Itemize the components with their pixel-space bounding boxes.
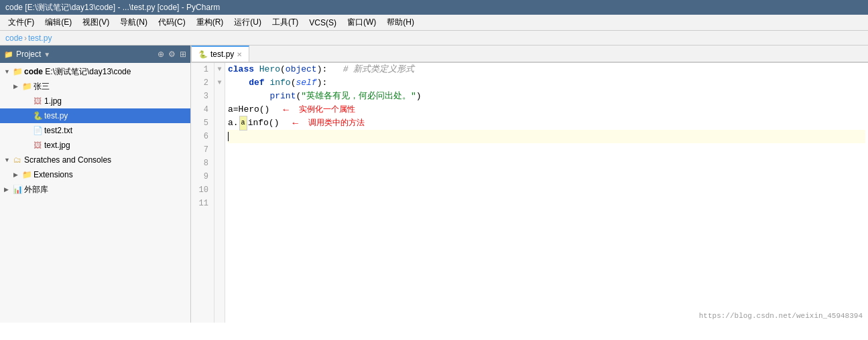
builtin-print: print bbox=[269, 90, 296, 103]
folder-icon: 📁 bbox=[21, 170, 32, 179]
tree-item-test2txt[interactable]: 📄 test2.txt bbox=[0, 123, 190, 138]
line-num-1: 1 bbox=[196, 63, 208, 76]
line-num-6: 6 bbox=[196, 130, 208, 143]
arrow-annotation-5: ← bbox=[292, 116, 304, 130]
tree-item-textjpg[interactable]: 🖼 text.jpg bbox=[0, 138, 190, 153]
p-close: ) bbox=[416, 90, 422, 103]
menu-item-u[interactable]: 运行(U) bbox=[229, 15, 267, 29]
py-file-icon: 🐍 bbox=[198, 50, 208, 59]
sync-icon[interactable]: ⊕ bbox=[158, 50, 164, 59]
menu-item-vcss[interactable]: VCS(S) bbox=[304, 17, 342, 29]
tree-label: 外部库 bbox=[24, 184, 48, 195]
code-line-11 bbox=[228, 197, 865, 210]
chevron-down-icon[interactable]: ▼ bbox=[44, 51, 50, 58]
comment-1: # 新式类定义形式 bbox=[343, 63, 415, 76]
tree-item-external-lib[interactable]: ▶ 📊 外部库 bbox=[0, 182, 190, 197]
paren-close: ): bbox=[317, 76, 328, 90]
menu-item-w[interactable]: 窗口(W) bbox=[342, 15, 381, 29]
line-num-10: 10 bbox=[196, 183, 208, 197]
str-1: "英雄各有见，何必问出处。" bbox=[301, 90, 416, 103]
tree-item-zhangsan[interactable]: ▶ 📁 张三 bbox=[0, 79, 190, 94]
code-line-7 bbox=[228, 143, 865, 157]
tree-item-1jpg[interactable]: 🖼 1.jpg bbox=[0, 94, 190, 108]
tab-close-icon[interactable]: ✕ bbox=[237, 51, 242, 58]
tree-item-testpy[interactable]: 🐍 test.py bbox=[0, 108, 190, 123]
tab-label: test.py bbox=[210, 50, 234, 59]
fold-10 bbox=[214, 183, 225, 197]
code-content[interactable]: class Hero(object): # 新式类定义形式 def info(s… bbox=[225, 63, 868, 323]
line-numbers: 1 2 3 4 5 6 7 8 9 10 11 bbox=[191, 63, 214, 323]
indent-2 bbox=[228, 76, 249, 90]
tree-item-scratches[interactable]: ▼ 🗂 Scratches and Consoles bbox=[0, 153, 190, 167]
breadcrumb-file[interactable]: test.py bbox=[28, 33, 52, 43]
project-icon: 📁 bbox=[4, 50, 13, 59]
arrow-icon: ▶ bbox=[4, 186, 12, 193]
line-num-4: 4 bbox=[196, 103, 208, 116]
line-num-9: 9 bbox=[196, 170, 208, 183]
tree-label: Scratches and Consoles bbox=[24, 155, 111, 165]
builtin-object: object bbox=[286, 63, 317, 76]
jpg-icon: 🖼 bbox=[32, 96, 43, 106]
menu-item-r[interactable]: 重构(R) bbox=[191, 15, 229, 29]
editor-content[interactable]: 1 2 3 4 5 6 7 8 9 10 11 ▼ ▼ bbox=[191, 63, 868, 323]
code-line-8 bbox=[228, 157, 865, 170]
menu-item-f[interactable]: 文件(F) bbox=[3, 15, 40, 29]
menu-item-c[interactable]: 代码(C) bbox=[153, 15, 191, 29]
line-num-7: 7 bbox=[196, 143, 208, 157]
line-num-5: 5 bbox=[196, 116, 208, 130]
arrow-icon: ▶ bbox=[13, 83, 21, 90]
fold-11 bbox=[214, 197, 225, 210]
code-line-9 bbox=[228, 170, 865, 183]
kw-def: def bbox=[249, 76, 269, 90]
fold-6 bbox=[214, 130, 225, 143]
param-self: self bbox=[296, 76, 316, 90]
fold-5 bbox=[214, 116, 225, 130]
main-layout: 📁 Project ▼ ⊕ ⚙ ⊞ ▼ 📁 code E:\测试笔记\day13… bbox=[0, 46, 868, 323]
autocomplete-hint: a bbox=[239, 116, 247, 131]
folder-icon: 📁 bbox=[12, 67, 23, 76]
fold-2[interactable]: ▼ bbox=[214, 76, 225, 90]
line-num-3: 3 bbox=[196, 90, 208, 103]
arrow-icon: ▼ bbox=[4, 68, 12, 75]
tree-label: code E:\测试笔记\day13\code bbox=[24, 66, 131, 78]
jpg-icon: 🖼 bbox=[32, 141, 43, 150]
fn-info: info bbox=[269, 76, 290, 90]
line-num-2: 2 bbox=[196, 76, 208, 90]
editor-area: 🐍 test.py ✕ 1 2 3 4 5 6 7 8 9 10 11 bbox=[191, 46, 868, 323]
tree-label: 1.jpg bbox=[44, 96, 62, 106]
menu-item-n[interactable]: 导航(N) bbox=[115, 15, 153, 29]
tree-label: text.jpg bbox=[44, 141, 70, 150]
code-line-6 bbox=[228, 130, 865, 143]
menu-item-e[interactable]: 编辑(E) bbox=[40, 15, 77, 29]
paren-open: ( bbox=[291, 76, 296, 90]
breadcrumb-bar: code › test.py bbox=[0, 31, 868, 46]
sidebar: 📁 Project ▼ ⊕ ⚙ ⊞ ▼ 📁 code E:\测试笔记\day13… bbox=[0, 46, 191, 323]
fold-1[interactable]: ▼ bbox=[214, 63, 225, 76]
breadcrumb-code[interactable]: code bbox=[5, 33, 23, 43]
panel-header: 📁 Project ▼ ⊕ ⚙ ⊞ bbox=[0, 46, 190, 63]
colon: ): bbox=[317, 63, 343, 76]
code-5b: info() bbox=[248, 116, 280, 130]
tree-label: test.py bbox=[44, 111, 68, 120]
paren-obj: ( bbox=[280, 63, 286, 76]
fold-3 bbox=[214, 90, 225, 103]
code-line-10 bbox=[228, 183, 865, 197]
menu-item-h[interactable]: 帮助(H) bbox=[381, 15, 420, 29]
menu-item-v[interactable]: 视图(V) bbox=[77, 15, 115, 29]
tree-label: Extensions bbox=[34, 170, 73, 179]
tab-testpy[interactable]: 🐍 test.py ✕ bbox=[191, 46, 249, 62]
code-4: a=Hero() bbox=[228, 103, 269, 116]
kw-class: class bbox=[228, 63, 259, 76]
py-icon: 🐍 bbox=[32, 111, 43, 120]
tree-label: 张三 bbox=[34, 81, 50, 92]
breadcrumb-sep: › bbox=[24, 33, 27, 43]
tree-item-extensions[interactable]: ▶ 📁 Extensions bbox=[0, 167, 190, 182]
menu-item-t[interactable]: 工具(T) bbox=[267, 15, 304, 29]
indent-3 bbox=[228, 90, 269, 103]
fold-7 bbox=[214, 143, 225, 157]
tree-item-code-root[interactable]: ▼ 📁 code E:\测试笔记\day13\code bbox=[0, 64, 190, 79]
code-line-5: a.ainfo() ← 调用类中的方法 bbox=[228, 116, 865, 130]
expand-icon[interactable]: ⊞ bbox=[180, 50, 186, 59]
cog-icon[interactable]: ⚙ bbox=[168, 50, 176, 59]
tabs-bar: 🐍 test.py ✕ bbox=[191, 46, 868, 63]
